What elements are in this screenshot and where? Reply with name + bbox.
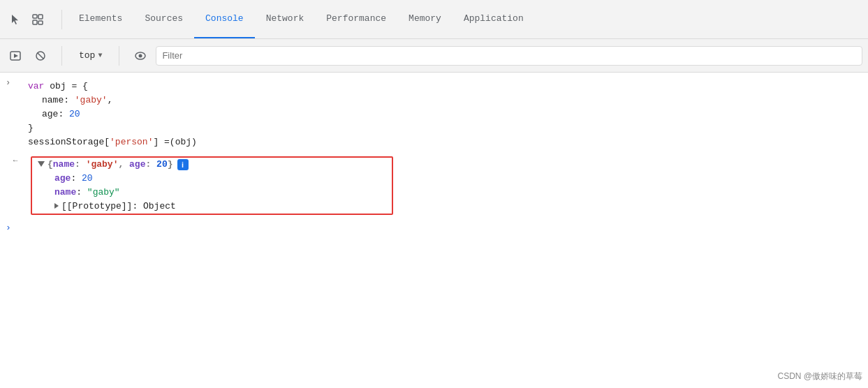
tab-console[interactable]: Console xyxy=(194,0,255,38)
collapse-arrow[interactable] xyxy=(38,159,45,170)
tab-elements[interactable]: Elements xyxy=(68,0,133,38)
output-prototype: [[Prototype]]: Object xyxy=(32,200,392,214)
block-icon[interactable] xyxy=(31,46,50,66)
svg-line-7 xyxy=(38,52,44,59)
code-line-4: } xyxy=(28,121,868,135)
filter-input[interactable] xyxy=(156,46,862,66)
console-output: › var obj = { name: 'gaby' , age: 20 } s… xyxy=(0,73,868,388)
output-gutter: ← xyxy=(6,154,28,165)
svg-rect-1 xyxy=(33,20,37,24)
watermark: CSDN @傲娇味的草莓 xyxy=(777,371,862,382)
toolbar-divider-2 xyxy=(119,46,119,66)
prototype-arrow[interactable] xyxy=(38,201,59,211)
cursor-icon[interactable] xyxy=(6,10,25,29)
svg-rect-0 xyxy=(33,15,37,18)
tab-performance[interactable]: Performance xyxy=(315,0,397,38)
svg-rect-3 xyxy=(38,21,43,24)
play-icon[interactable] xyxy=(6,46,25,66)
svg-point-9 xyxy=(139,54,142,57)
tab-list: Elements Sources Console Network Perform… xyxy=(68,0,535,38)
toolbar-divider xyxy=(61,46,62,66)
svg-marker-5 xyxy=(14,54,18,58)
chevron-down-icon: ▼ xyxy=(98,52,102,59)
tab-network[interactable]: Network xyxy=(255,0,316,38)
tab-sources[interactable]: Sources xyxy=(133,0,194,38)
code-input-block: › var obj = { name: 'gaby' , age: 20 } s… xyxy=(0,75,868,154)
output-prop-name: name : "gaby" xyxy=(32,186,392,200)
console-toolbar: top ▼ xyxy=(0,39,868,73)
eye-icon[interactable] xyxy=(131,46,150,66)
info-badge[interactable]: i xyxy=(177,159,189,170)
tab-divider-1 xyxy=(61,10,62,29)
inspect-icon[interactable] xyxy=(28,10,47,29)
code-line-1: var obj = { xyxy=(28,80,868,94)
prompt-arrow-icon: › xyxy=(6,223,11,233)
tab-memory[interactable]: Memory xyxy=(397,0,453,38)
output-object: { name : 'gaby' , age : 20 } i age : 20 … xyxy=(31,156,393,215)
expand-gutter[interactable]: › xyxy=(6,77,28,88)
code-content: var obj = { name: 'gaby' , age: 20 } ses… xyxy=(28,77,868,152)
output-prop-age: age : 20 xyxy=(32,172,392,186)
tab-bar: Elements Sources Console Network Perform… xyxy=(0,0,868,39)
devtools-icons xyxy=(6,10,47,29)
code-line-2: name: 'gaby' , xyxy=(28,94,868,107)
output-summary-line: { name : 'gaby' , age : 20 } i xyxy=(32,158,392,172)
tab-application[interactable]: Application xyxy=(453,0,535,38)
code-line-5: sessionStorage[ 'person' ] =(obj) xyxy=(28,135,868,149)
console-prompt[interactable]: › xyxy=(0,218,868,237)
svg-rect-2 xyxy=(38,15,43,19)
code-line-3: age: 20 xyxy=(28,107,868,121)
context-selector[interactable]: top ▼ xyxy=(73,47,108,64)
